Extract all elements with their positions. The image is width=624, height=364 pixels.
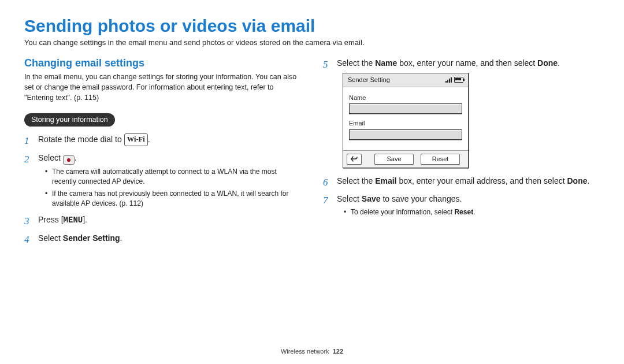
step-text: . [148,135,150,144]
step-text: Rotate the mode dial to [38,135,124,144]
page-title: Sending photos or videos via email [24,16,600,36]
subsection-pill: Storing your information [24,113,115,127]
page-footer: Wireless network 122 [0,348,624,355]
footer-section: Wireless network [281,348,329,355]
step-5: Select the Name box, enter your name, an… [323,57,600,168]
strong: Done [567,176,587,185]
strong: Reset [454,208,473,216]
step-7-bullets: To delete your information, select Reset… [344,207,600,217]
steps-list-right: Select the Name box, enter your name, an… [323,57,600,217]
strong: Name [375,58,397,68]
bullet-text: . [473,208,475,216]
step-2-bullets: The camera will automatically attempt to… [45,167,301,208]
status-icons [445,77,463,83]
signal-icon [445,77,452,83]
strong: Sender Setting [63,233,120,243]
menu-button-icon: MENU [64,216,83,225]
wifi-icon: Wi-Fi [124,133,148,146]
step-text: to save your changes. [381,194,462,203]
section-paragraph: In the email menu, you can change settin… [24,72,301,103]
screen-titlebar: Sender Setting [343,73,468,87]
step-6: Select the Email box, enter your email a… [323,175,600,187]
bullet-text: To delete your information, select [351,208,454,216]
step-text: Select the [337,176,375,185]
name-field[interactable] [349,103,462,114]
step-text: . [75,153,77,162]
section-heading: Changing email settings [24,57,301,69]
email-field[interactable] [349,129,462,140]
step-text: Press [ [38,215,64,224]
step-7: Select Save to save your changes. To del… [323,193,600,217]
step-text: Select the [337,58,375,68]
step-text: . [558,58,560,68]
steps-list-left: Rotate the mode dial to Wi-Fi. Select . … [24,133,301,244]
camera-screen-mockup: Sender Setting Name Email [343,73,469,168]
bullet: To delete your information, select Reset… [344,207,600,217]
right-column: Select the Name box, enter your name, an… [323,57,600,250]
step-3: Press [MENU]. [24,214,301,226]
step-4: Select Sender Setting. [24,232,301,244]
save-button[interactable]: Save [374,154,414,165]
step-text: Select [38,153,63,162]
email-icon [63,155,75,165]
step-text: box, enter your email address, and then … [397,176,567,185]
reset-button[interactable]: Reset [421,154,460,165]
page-number: 122 [333,348,343,355]
step-text: Select [38,233,63,243]
lead-text: You can change settings in the email men… [24,38,600,47]
two-column-layout: Changing email settings In the email men… [24,57,600,250]
bullet: The camera will automatically attempt to… [45,167,301,187]
back-arrow-icon [351,156,358,162]
step-1: Rotate the mode dial to Wi-Fi. [24,133,301,146]
screen-title: Sender Setting [348,75,390,85]
strong: Save [362,194,381,203]
step-text: box, enter your name, and then select [397,58,537,68]
strong: Done [537,58,558,68]
strong: Email [375,176,396,185]
battery-icon [454,77,463,83]
name-label: Name [349,93,462,103]
step-text: Select [337,194,362,203]
email-label: Email [349,118,462,128]
screen-body: Name Email [343,87,468,150]
step-text: ]. [83,215,87,224]
step-text: . [587,176,589,185]
screen-bottom-bar: Save Reset [343,150,468,168]
bullet: If the camera has not previously been co… [45,189,301,209]
step-2: Select . The camera will automatically a… [24,152,301,208]
left-column: Changing email settings In the email men… [24,57,301,250]
back-button[interactable] [347,154,362,165]
step-text: . [120,233,122,243]
